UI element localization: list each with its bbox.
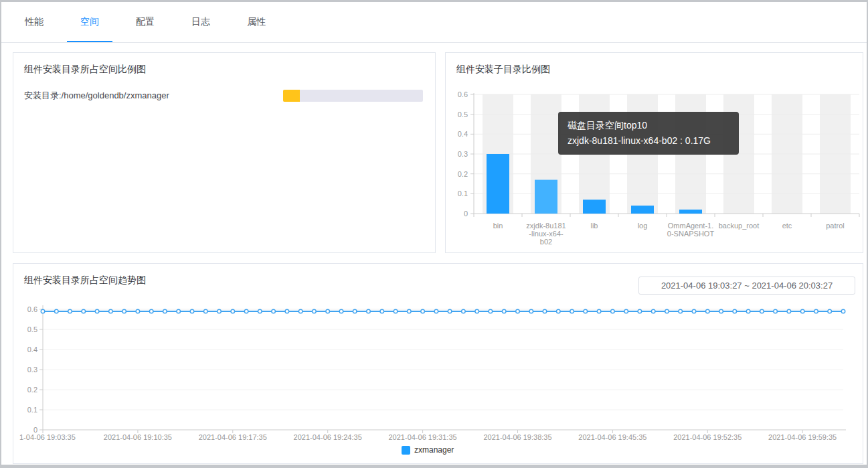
x-tick-label: 2021-04-06 19:17:35 bbox=[199, 433, 267, 441]
tab-space[interactable]: 空间 bbox=[67, 2, 112, 42]
x-category-label: zxjdk-8u181-linux-x64-b02 bbox=[526, 222, 566, 246]
y-tick-label: 0 bbox=[464, 210, 468, 218]
data-point-marker bbox=[55, 309, 59, 313]
data-point-marker bbox=[448, 309, 452, 313]
data-point-marker bbox=[434, 309, 438, 313]
tab-logs[interactable]: 日志 bbox=[178, 2, 224, 42]
data-point-marker bbox=[244, 309, 248, 313]
data-point-marker bbox=[489, 309, 493, 313]
data-point-marker bbox=[462, 309, 466, 313]
install-dir-label: 安装目录:/home/goldendb/zxmanager bbox=[24, 90, 169, 102]
data-point-marker bbox=[597, 309, 601, 313]
data-point-marker bbox=[136, 309, 140, 313]
legend-label: zxmanager bbox=[414, 445, 454, 455]
data-point-marker bbox=[760, 309, 764, 313]
x-category-label: patrol bbox=[826, 222, 845, 230]
data-point-marker bbox=[163, 309, 167, 313]
data-point-marker bbox=[258, 309, 262, 313]
tab-bar: 性能 空间 配置 日志 属性 bbox=[1, 2, 867, 43]
data-point-marker bbox=[95, 309, 99, 313]
data-point-marker bbox=[774, 309, 778, 313]
data-point-marker bbox=[787, 309, 791, 313]
bar bbox=[487, 154, 509, 214]
panel-title: 组件安装目录所占空间比例图 bbox=[24, 64, 146, 76]
panel-install-dir-ratio: 组件安装目录所占空间比例图 安装目录:/home/goldendb/zxmana… bbox=[13, 52, 436, 253]
y-tick-label: 0.5 bbox=[27, 325, 37, 333]
space-usage-progressbar bbox=[283, 90, 423, 102]
tab-performance[interactable]: 性能 bbox=[11, 2, 57, 42]
data-point-marker bbox=[502, 309, 506, 313]
y-tick-label: 0.5 bbox=[458, 110, 468, 119]
data-point-marker bbox=[814, 309, 818, 313]
panel-subdir-ratio: 组件安装子目录比例图 00.10.20.30.40.50.6binzxjdk-8… bbox=[445, 52, 863, 253]
data-point-marker bbox=[367, 309, 371, 313]
data-point-marker bbox=[231, 309, 235, 313]
bar bbox=[583, 200, 606, 214]
data-point-marker bbox=[651, 309, 655, 313]
data-point-marker bbox=[68, 309, 72, 313]
y-tick-label: 0.2 bbox=[458, 170, 468, 178]
data-point-marker bbox=[41, 309, 45, 313]
data-point-marker bbox=[584, 309, 588, 313]
data-point-marker bbox=[841, 309, 845, 313]
x-category-label: backup_root bbox=[719, 222, 760, 230]
install-dir-row: 安装目录:/home/goldendb/zxmanager bbox=[24, 90, 423, 102]
data-point-marker bbox=[380, 309, 384, 313]
y-tick-label: 0.6 bbox=[458, 90, 468, 98]
data-point-marker bbox=[665, 309, 669, 313]
x-tick-label: 2021-04-06 19:31:35 bbox=[389, 433, 457, 441]
x-tick-label: 2021-04-06 19:59:35 bbox=[768, 433, 837, 441]
x-category-label: bin bbox=[493, 222, 503, 230]
data-point-marker bbox=[353, 309, 357, 313]
panel-space-trend: 组件安装目录所占空间趋势图 2021-04-06 19:03:27 ~ 2021… bbox=[13, 263, 863, 464]
data-point-marker bbox=[313, 309, 317, 313]
data-point-marker bbox=[408, 309, 412, 313]
bar bbox=[679, 210, 702, 214]
x-category-label: etc bbox=[782, 222, 792, 230]
data-point-marker bbox=[82, 309, 86, 313]
y-tick-label: 0.3 bbox=[458, 150, 468, 158]
data-point-marker bbox=[611, 309, 615, 313]
data-point-marker bbox=[746, 309, 750, 313]
data-point-marker bbox=[557, 309, 561, 313]
data-point-marker bbox=[624, 309, 628, 313]
x-category-label: OmmAgent-1.0-SNAPSHOT bbox=[667, 222, 715, 238]
data-point-marker bbox=[177, 309, 181, 313]
data-point-marker bbox=[679, 309, 683, 313]
x-category-label: lib bbox=[590, 222, 598, 230]
y-tick-label: 0.2 bbox=[27, 386, 37, 394]
data-point-marker bbox=[109, 309, 113, 313]
trend-line-chart[interactable]: 00.10.20.30.40.50.61-04-06 19:03:352021-… bbox=[13, 264, 863, 464]
y-tick-label: 0.4 bbox=[458, 130, 468, 138]
x-tick-label: 2021-04-06 19:38:35 bbox=[483, 433, 551, 441]
y-tick-label: 0.1 bbox=[458, 189, 468, 198]
y-tick-label: 0.1 bbox=[27, 406, 37, 414]
bar bbox=[631, 206, 654, 214]
app-page: 性能 空间 配置 日志 属性 组件安装目录所占空间比例图 安装目录:/home/… bbox=[1, 2, 867, 465]
data-point-marker bbox=[800, 309, 804, 313]
subdir-bar-chart[interactable]: 00.10.20.30.40.50.6binzxjdk-8u181-linux-… bbox=[446, 53, 863, 253]
data-point-marker bbox=[326, 309, 330, 313]
data-point-marker bbox=[339, 309, 343, 313]
data-point-marker bbox=[638, 309, 642, 313]
tab-properties[interactable]: 属性 bbox=[234, 2, 279, 42]
tab-config[interactable]: 配置 bbox=[122, 2, 168, 42]
data-point-marker bbox=[828, 309, 832, 313]
x-tick-label: 2021-04-06 19:10:35 bbox=[104, 433, 172, 441]
x-tick-label: 2021-04-06 19:45:35 bbox=[578, 433, 646, 441]
data-point-marker bbox=[706, 309, 710, 313]
data-point-marker bbox=[272, 309, 276, 313]
data-point-marker bbox=[122, 309, 126, 313]
data-point-marker bbox=[475, 309, 479, 313]
data-point-marker bbox=[719, 309, 723, 313]
data-point-marker bbox=[149, 309, 153, 313]
x-tick-label: 2021-04-06 19:24:35 bbox=[294, 433, 362, 441]
data-point-marker bbox=[285, 309, 289, 313]
data-point-marker bbox=[421, 309, 425, 313]
data-point-marker bbox=[218, 309, 222, 313]
y-tick-label: 0.4 bbox=[27, 345, 37, 354]
data-point-marker bbox=[190, 309, 194, 313]
data-point-marker bbox=[204, 309, 208, 313]
chart-legend[interactable]: zxmanager bbox=[402, 445, 454, 455]
data-point-marker bbox=[692, 309, 696, 313]
